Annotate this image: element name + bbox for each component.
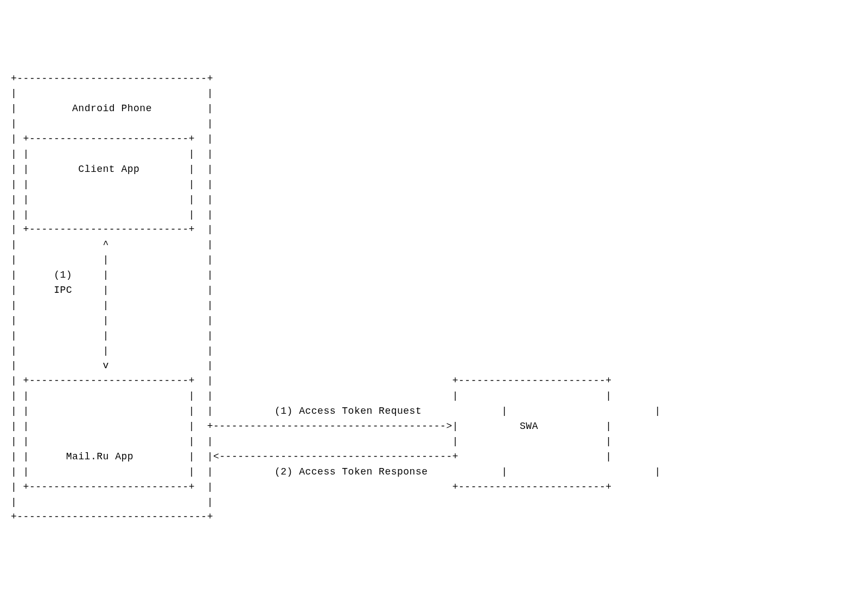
diagram-line: | | | bbox=[11, 300, 213, 311]
diagram-line: | | | | bbox=[11, 149, 213, 159]
diagram-line: | | bbox=[11, 164, 78, 175]
client-box-label: Client App bbox=[78, 164, 139, 175]
diagram-line: | v | bbox=[11, 360, 213, 371]
diagram-line: +------------------------+ bbox=[213, 482, 612, 492]
diagram-line: | | | | bbox=[11, 466, 275, 477]
ascii-diagram: +-------------------------------+ | | | … bbox=[11, 72, 857, 525]
swa-box-label: SWA bbox=[520, 421, 538, 432]
ipc-arrow-label: IPC bbox=[54, 285, 72, 296]
diagram-line: | | bbox=[422, 406, 661, 416]
outer-box-label: Android Phone bbox=[72, 103, 152, 114]
diagram-line: | | | | bbox=[11, 390, 213, 401]
diagram-line: | | | | bbox=[11, 406, 275, 416]
diagram-line: | bbox=[11, 285, 54, 296]
diagram-line: | | bbox=[72, 270, 213, 280]
diagram-line: | | | bbox=[11, 330, 213, 341]
diagram-line: | bbox=[538, 421, 612, 432]
diagram-line: | | bbox=[11, 497, 213, 508]
diagram-line: | bbox=[152, 103, 213, 114]
diagram-line: | | bbox=[72, 285, 213, 296]
diagram-line: | | bbox=[11, 451, 66, 462]
diagram-line: +------------------------+ bbox=[213, 375, 612, 386]
diagram-line: | | bbox=[11, 88, 213, 99]
mailru-box-label: Mail.Ru App bbox=[66, 451, 133, 462]
diagram-line: | | bbox=[11, 118, 213, 129]
diagram-line: | | | bbox=[11, 345, 213, 356]
diagram-line: | | | bbox=[11, 254, 213, 265]
diagram-line: | bbox=[11, 270, 54, 280]
diagram-line: +-------------------------------+ bbox=[11, 73, 213, 84]
diagram-line: | +--------------------------+ | bbox=[11, 224, 213, 235]
diagram-line: | bbox=[11, 103, 72, 114]
response-arrow-label: (2) Access Token Response bbox=[275, 466, 428, 477]
diagram-line: | | bbox=[139, 164, 213, 175]
diagram-line: | |<------------------------------------… bbox=[133, 451, 612, 462]
diagram-line: | ^ | bbox=[11, 239, 213, 250]
ipc-arrow-num: (1) bbox=[54, 270, 72, 280]
diagram-line: | | | | bbox=[11, 209, 213, 220]
diagram-line: | +--------------------------+ | bbox=[11, 482, 213, 492]
diagram-line: | | | | bbox=[11, 194, 213, 205]
diagram-line: | | bbox=[213, 436, 612, 447]
diagram-line: | +--------------------------+ | bbox=[11, 375, 213, 386]
diagram-line: +-------------------------------+ bbox=[11, 511, 213, 522]
diagram-line: | | bbox=[213, 390, 612, 401]
diagram-line: | | bbox=[428, 466, 661, 477]
diagram-line: | | | | bbox=[11, 436, 213, 447]
diagram-line: | | | | bbox=[11, 179, 213, 190]
request-arrow-label: (1) Access Token Request bbox=[275, 406, 422, 416]
diagram-line: | | | +---------------------------------… bbox=[11, 421, 520, 432]
diagram-line: | +--------------------------+ | bbox=[11, 133, 213, 144]
diagram-line: | | | bbox=[11, 315, 213, 326]
